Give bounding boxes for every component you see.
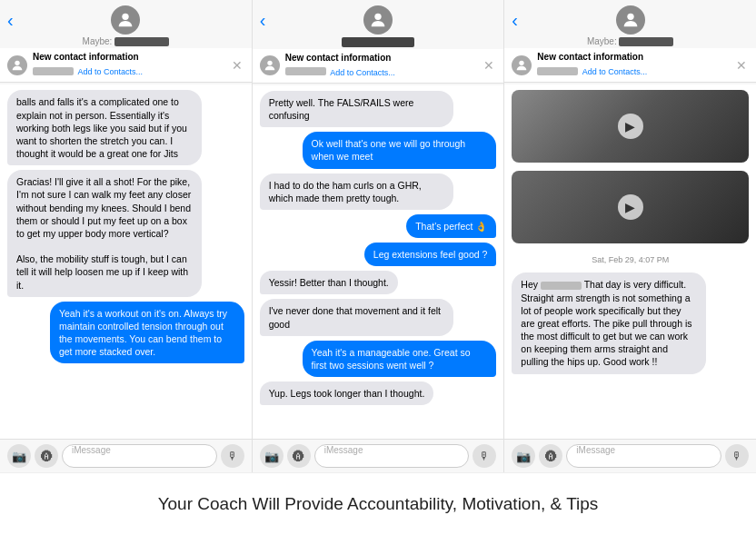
maybe-label-3: Maybe: [504, 36, 756, 48]
play-button-2[interactable]: ▶ [618, 194, 643, 220]
phone-screen-1: ‹ Maybe: New contact information Add to … [0, 0, 253, 472]
camera-icon[interactable]: 📷 [7, 444, 31, 468]
msg-bubble-sent: Yeah it's a manageable one. Great so fir… [303, 341, 497, 377]
video-thumb-1[interactable]: ▶ [512, 90, 749, 163]
banner-title-2: New contact information [285, 53, 477, 63]
banner-sub-3[interactable]: Add to Contacts... [582, 67, 648, 76]
svg-point-5 [520, 61, 524, 65]
banner-sub-1[interactable]: Add to Contacts... [77, 67, 143, 76]
back-arrow-2[interactable]: ‹ [260, 10, 266, 31]
phone-screen-2: ‹ New contact information Add to Contact… [253, 0, 505, 472]
contact-banner-1: New contact information Add to Contacts.… [0, 48, 252, 83]
banner-close-2[interactable]: ✕ [482, 58, 496, 73]
banner-close-3[interactable]: ✕ [734, 58, 749, 73]
banner-avatar-1 [7, 55, 27, 75]
msg-bubble-received-3: Hey That day is very difficult. Straight… [512, 272, 706, 373]
phone-screen-3: ‹ Maybe: New contact information Add to … [504, 0, 756, 472]
svg-point-2 [374, 14, 381, 20]
contact-banner-2: New contact information Add to Contacts.… [253, 49, 504, 84]
msg-bubble: balls and falls it's a complicated one t… [7, 90, 202, 165]
svg-point-1 [15, 61, 19, 65]
mic-icon-3[interactable]: 🎙 [725, 444, 749, 468]
banner-sub-2[interactable]: Add to Contacts... [330, 68, 395, 77]
msg-bubble-sent: That's perfect 👌 [406, 214, 496, 238]
back-arrow-3[interactable]: ‹ [512, 10, 518, 31]
apps-icon-3[interactable]: 🅐 [539, 444, 562, 468]
mic-icon-1[interactable]: 🎙 [221, 444, 244, 468]
msg-bubble-sent: Ok well that's one we will go through wh… [303, 132, 497, 168]
status-bar-2: ‹ [253, 0, 504, 36]
maybe-label-1: Maybe: [0, 36, 252, 48]
back-arrow-1[interactable]: ‹ [7, 10, 14, 31]
msg-bubble: Yessir! Better than I thought. [260, 271, 398, 294]
msg-bubble: I've never done that movement and it fel… [260, 299, 454, 335]
msg-bubble: I had to do the ham curls on a GHR, whic… [260, 173, 454, 210]
contact-banner-3: New contact information Add to Contacts.… [504, 48, 756, 83]
play-button-1[interactable]: ▶ [618, 114, 643, 139]
input-bar-1: 📷 🅐 iMessage 🎙 [0, 439, 252, 472]
banner-title-3: New contact information [537, 52, 729, 62]
banner-text-2: New contact information Add to Contacts.… [285, 53, 477, 79]
svg-point-4 [627, 14, 633, 20]
msg-bubble: Gracias! I'll give it all a shot! For th… [7, 170, 202, 297]
imessage-input-1[interactable]: iMessage [62, 444, 217, 468]
msg-bubble: Yup. Legs took longer than I thought. [260, 381, 434, 405]
status-bar-1: ‹ [0, 0, 252, 36]
input-bar-3: 📷 🅐 iMessage 🎙 [504, 439, 756, 472]
maybe-label-2 [253, 36, 504, 49]
msg-bubble-sent: Yeah it's a workout on it's on. Always t… [50, 302, 244, 364]
apps-icon-2[interactable]: 🅐 [287, 444, 311, 468]
messages-area-3: ▶ ▶ Sat, Feb 29, 4:07 PM Hey That day is… [504, 84, 756, 439]
date-label: Sat, Feb 29, 4:07 PM [512, 255, 749, 264]
input-bar-2: 📷 🅐 iMessage 🎙 [253, 439, 504, 472]
banner-text-3: New contact information Add to Contacts.… [537, 52, 729, 78]
banner-avatar-3 [512, 55, 532, 75]
avatar-1 [111, 5, 140, 35]
svg-point-3 [267, 61, 272, 65]
banner-avatar-2 [260, 55, 280, 75]
messages-area-2: Pretty well. The FALS/RAILS were confusi… [253, 85, 504, 439]
imessage-input-3[interactable]: iMessage [566, 444, 721, 468]
msg-bubble: Pretty well. The FALS/RAILS were confusi… [260, 91, 454, 127]
status-bar-3: ‹ [504, 0, 756, 36]
camera-icon-2[interactable]: 📷 [260, 444, 284, 468]
imessage-input-2[interactable]: iMessage [314, 444, 470, 468]
banner-close-1[interactable]: ✕ [230, 58, 244, 73]
banner-title-1: New contact information [33, 52, 224, 62]
apps-icon[interactable]: 🅐 [35, 444, 58, 468]
avatar-2 [363, 5, 393, 35]
video-thumb-2[interactable]: ▶ [512, 171, 749, 243]
avatar-3 [616, 5, 645, 35]
tagline-text: Your Coach Will Provide Accountability, … [158, 494, 599, 514]
camera-icon-3[interactable]: 📷 [512, 444, 535, 468]
banner-text-1: New contact information Add to Contacts.… [33, 52, 224, 78]
msg-bubble-sent: Leg extensions feel good ? [364, 243, 497, 266]
messages-area-1: balls and falls it's a complicated one t… [0, 84, 252, 439]
svg-point-0 [123, 14, 129, 20]
tagline-section: Your Coach Will Provide Accountability, … [0, 472, 756, 535]
mic-icon-2[interactable]: 🎙 [472, 444, 496, 468]
